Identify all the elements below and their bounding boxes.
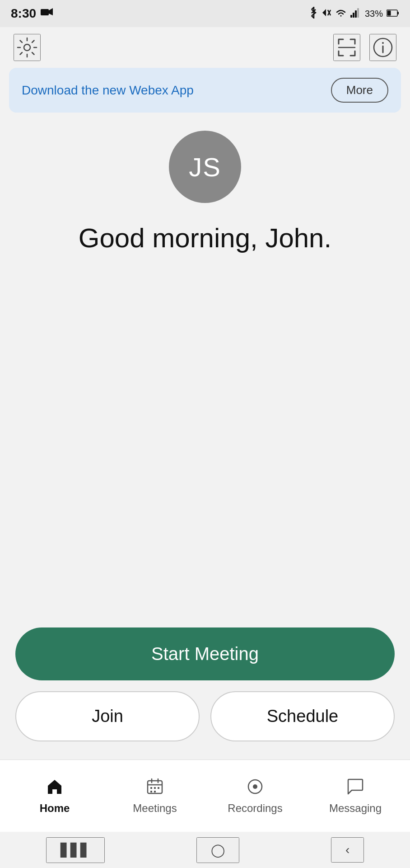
svg-rect-21 (150, 787, 152, 789)
svg-marker-1 (49, 8, 53, 15)
main-content: JS Good morning, John. Start Meeting Joi… (0, 113, 410, 760)
download-banner: Download the new Webex App More (9, 68, 401, 113)
svg-point-16 (382, 42, 384, 44)
schedule-button[interactable]: Schedule (210, 691, 395, 741)
nav-item-messaging[interactable]: Messaging (305, 773, 405, 819)
android-nav: ▋▋▋ ◯ ‹ (0, 832, 410, 868)
secondary-buttons: Join Schedule (15, 691, 395, 741)
home-label: Home (40, 802, 70, 815)
mute-icon (321, 8, 331, 20)
bottom-nav: Home Meetings Recordings (0, 760, 410, 832)
status-bar-left: 8:30 (11, 6, 53, 21)
android-back-button[interactable]: ‹ (331, 837, 364, 863)
recordings-icon (246, 778, 264, 798)
svg-point-12 (24, 44, 30, 51)
nav-item-meetings[interactable]: Meetings (105, 773, 205, 819)
nav-item-home[interactable]: Home (5, 773, 105, 819)
bluetooth-icon (310, 7, 318, 21)
svg-rect-24 (150, 791, 152, 793)
svg-rect-10 (387, 10, 391, 15)
avatar-initials: JS (189, 152, 221, 182)
recordings-label: Recordings (228, 802, 282, 815)
messaging-label: Messaging (329, 802, 382, 815)
greeting-text: Good morning, John. (79, 221, 331, 255)
nav-item-recordings[interactable]: Recordings (205, 773, 305, 819)
battery-icon (387, 9, 399, 19)
home-icon (46, 778, 64, 798)
battery-text: 33% (365, 9, 383, 19)
messaging-icon (346, 778, 364, 798)
android-recent-button[interactable]: ▋▋▋ (46, 837, 105, 863)
android-home-button[interactable]: ◯ (196, 837, 239, 863)
svg-rect-11 (397, 12, 399, 14)
avatar: JS (169, 131, 241, 203)
top-bar (0, 27, 410, 68)
svg-rect-25 (154, 791, 156, 793)
svg-rect-7 (355, 10, 357, 18)
svg-rect-5 (350, 15, 352, 18)
svg-rect-23 (158, 787, 159, 789)
banner-more-button[interactable]: More (331, 78, 388, 103)
wifi-icon (335, 8, 347, 20)
start-meeting-button[interactable]: Start Meeting (15, 627, 395, 680)
action-buttons: Start Meeting Join Schedule (15, 627, 395, 741)
svg-rect-0 (41, 9, 49, 15)
status-bar-right: 33% (310, 7, 399, 21)
svg-rect-22 (154, 787, 156, 789)
info-button[interactable] (369, 34, 396, 61)
meetings-icon (146, 778, 164, 798)
meetings-label: Meetings (133, 802, 177, 815)
svg-rect-8 (357, 8, 359, 18)
settings-button[interactable] (14, 34, 41, 61)
join-button[interactable]: Join (15, 691, 200, 741)
top-bar-right (333, 34, 396, 61)
svg-point-27 (253, 784, 257, 789)
banner-text: Download the new Webex App (22, 83, 331, 98)
camera-status-icon (41, 7, 53, 20)
signal-icon (350, 8, 361, 20)
status-time: 8:30 (11, 6, 36, 21)
status-bar: 8:30 (0, 0, 410, 27)
scan-button[interactable] (333, 34, 360, 61)
svg-rect-6 (353, 13, 354, 18)
